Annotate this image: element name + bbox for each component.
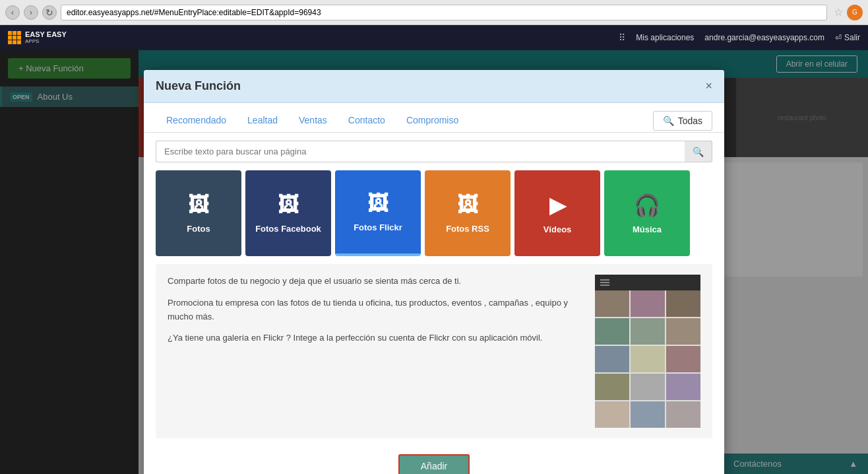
modal-tabs: Recomendado Lealtad Ventas Contacto Comp… [144, 103, 724, 133]
main-area: + Nueva Función OPEN About Us Abrir en e… [0, 50, 868, 474]
header-right: ⠿ Mis aplicaciones andre.garcia@easyeasy… [619, 32, 860, 43]
modal-footer: Añadir [144, 446, 724, 474]
musica-icon: 🎧 [634, 193, 660, 218]
musica-label: Música [633, 224, 662, 234]
fotos-rss-label: Fotos RSS [446, 224, 489, 234]
tab-compromiso[interactable]: Compromiso [396, 110, 469, 132]
exit-icon: ⏎ [835, 33, 842, 42]
browser-bar: ‹ › ↻ ☆ G [0, 0, 868, 25]
tab-all-label: Todas [678, 116, 702, 126]
feature-card-fotos-facebook[interactable]: 🖼 Fotos Facebook [245, 170, 331, 256]
desc-para1: Comparte fotos de tu negocio y deja que … [168, 275, 584, 288]
modal-description: Comparte fotos de tu negocio y deja que … [156, 264, 712, 438]
user-avatar: G [847, 5, 863, 20]
refresh-button[interactable]: ↻ [42, 5, 57, 20]
tab-contacto[interactable]: Contacto [338, 110, 396, 132]
feature-card-fotos-flickr[interactable]: 🖼 Fotos Flickr [335, 170, 421, 256]
forward-button[interactable]: › [24, 5, 38, 20]
modal-title: Nueva Función [156, 79, 241, 93]
logo-text: EASY EASY APPS [25, 31, 67, 44]
logo-grid-icon [8, 31, 21, 44]
preview-panel [595, 275, 700, 428]
hamburger-icon [600, 279, 609, 286]
videos-icon: ▶ [549, 193, 566, 218]
search-submit-button[interactable]: 🔍 [685, 141, 712, 162]
app-header: EASY EASY APPS ⠿ Mis aplicaciones andre.… [0, 25, 868, 50]
fotos-flickr-icon: 🖼 [367, 191, 388, 216]
desc-para2: Promociona tu empresa con las fotos de t… [168, 296, 584, 324]
fotos-icon: 🖼 [188, 193, 209, 217]
modal-header: Nueva Función × [144, 70, 724, 103]
feature-card-videos[interactable]: ▶ Vídeos [514, 170, 600, 256]
url-bar[interactable] [61, 5, 827, 20]
add-button[interactable]: Añadir [398, 454, 470, 474]
fotos-label: Fotos [187, 224, 210, 234]
nueva-funcion-modal: Nueva Función × Recomendado Lealtad Vent… [144, 70, 724, 474]
user-email: andre.garcia@easyeasyapps.com [704, 33, 824, 42]
feature-grid: 🖼 Fotos 🖼 Fotos Facebook 🖼 Fotos Flickr … [144, 170, 724, 256]
mis-aplicaciones-link[interactable]: Mis aplicaciones [636, 33, 694, 42]
tab-lealtad[interactable]: Lealtad [237, 110, 288, 132]
salir-button[interactable]: ⏎ Salir [835, 33, 860, 42]
bookmark-icon: ☆ [834, 6, 843, 18]
fotos-rss-icon: 🖼 [457, 193, 478, 217]
back-button[interactable]: ‹ [5, 5, 20, 20]
description-text: Comparte fotos de tu negocio y deja que … [168, 275, 584, 428]
modal-overlay: Nueva Función × Recomendado Lealtad Vent… [0, 50, 868, 474]
search-icon: 🔍 [663, 116, 674, 126]
fotos-flickr-label: Fotos Flickr [354, 222, 402, 232]
feature-card-musica[interactable]: 🎧 Música [604, 170, 690, 256]
preview-header [595, 275, 700, 290]
apps-grid-icon[interactable]: ⠿ [619, 32, 625, 43]
modal-search: 🔍 [144, 133, 724, 170]
tab-ventas[interactable]: Ventas [288, 110, 338, 132]
preview-photo-grid [595, 290, 700, 428]
search-input[interactable] [156, 141, 685, 162]
desc-para3: ¿Ya tiene una galería en Flickr ? Intege… [168, 331, 584, 345]
app-logo: EASY EASY APPS [8, 31, 67, 44]
videos-label: Vídeos [543, 224, 572, 234]
fotos-facebook-label: Fotos Facebook [255, 224, 321, 234]
tab-all-button[interactable]: 🔍 Todas [653, 111, 712, 131]
feature-card-fotos[interactable]: 🖼 Fotos [156, 170, 241, 256]
fotos-facebook-icon: 🖼 [278, 193, 299, 217]
search-submit-icon: 🔍 [693, 147, 704, 157]
feature-card-fotos-rss[interactable]: 🖼 Fotos RSS [425, 170, 511, 256]
tab-recomendado[interactable]: Recomendado [156, 110, 237, 132]
modal-close-button[interactable]: × [705, 79, 712, 93]
